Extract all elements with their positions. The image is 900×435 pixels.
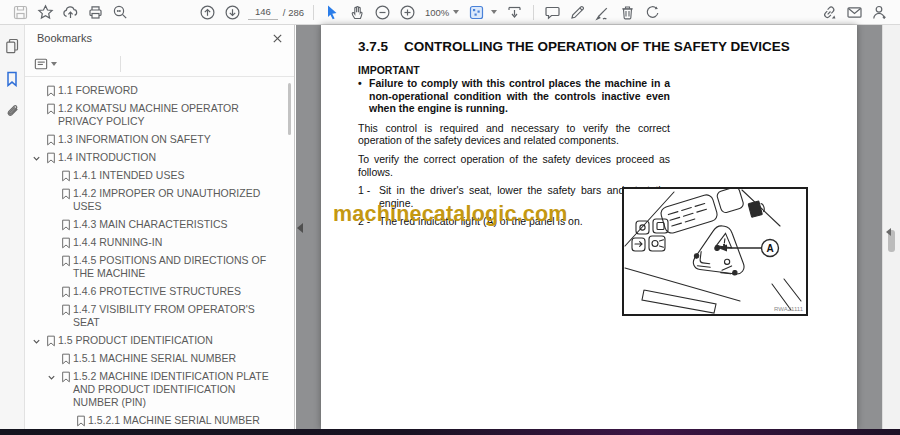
chevron-down-icon: [44, 169, 58, 172]
bookmark-icon: [58, 187, 73, 200]
bookmark-label: 1.5 PRODUCT IDENTIFICATION: [58, 334, 227, 347]
bookmark-icon: [43, 133, 58, 146]
bookmark-item[interactable]: 1.5 PRODUCT IDENTIFICATION: [25, 334, 294, 347]
bookmark-icon: [58, 285, 73, 298]
chevron-down-icon: [44, 218, 58, 221]
bookmark-label: 1.1 FOREWORD: [58, 84, 152, 97]
bookmark-item[interactable]: 1.5.2 MACHINE IDENTIFICATION PLATE AND P…: [25, 370, 294, 409]
toolbar-share-group: [817, 2, 892, 23]
toolbar-nav-group: 146 / 286 100%: [195, 2, 665, 23]
panel-title: Bookmarks: [37, 32, 92, 44]
pdf-viewer-window: 146 / 286 100%: [0, 0, 900, 435]
upload-icon[interactable]: [58, 2, 83, 23]
bookmark-icon: [43, 334, 58, 347]
chevron-down-icon[interactable]: [453, 10, 459, 14]
page-up-icon[interactable]: [195, 2, 220, 23]
bookmarks-toolbar: [25, 51, 294, 77]
bookmark-item[interactable]: 1.4.4 RUNNING-IN: [25, 236, 294, 249]
hand-tool-icon[interactable]: [345, 2, 370, 23]
pages-panel-icon[interactable]: [3, 37, 21, 55]
taskbar-edge: [0, 429, 900, 435]
important-label: IMPORTANT: [358, 64, 670, 76]
chevron-down-icon[interactable]: [29, 334, 43, 346]
account-icon[interactable]: [867, 2, 892, 23]
bookmark-item[interactable]: 1.4.2 IMPROPER OR UNAUTHORIZED USES: [25, 187, 294, 213]
paragraph: To verify the correct operation of the s…: [358, 153, 670, 178]
zoom-level-label[interactable]: 100%: [425, 7, 449, 18]
chevron-down-icon: [29, 84, 43, 87]
search-icon[interactable]: [108, 2, 133, 23]
zoom-in-icon[interactable]: [395, 2, 420, 23]
bookmark-label: 1.5.2 MACHINE IDENTIFICATION PLATE AND P…: [73, 370, 294, 409]
bookmark-item[interactable]: 1.4 INTRODUCTION: [25, 151, 294, 164]
chevron-down-icon[interactable]: [29, 151, 43, 163]
save-icon[interactable]: [8, 2, 33, 23]
bookmark-icon: [58, 236, 73, 249]
close-icon[interactable]: [272, 33, 283, 44]
section-title-text: CONTROLLING THE OPERATION OF THE SAFETY …: [404, 39, 790, 54]
signature-icon[interactable]: [590, 2, 615, 23]
panel-figure: A RWA21111: [622, 187, 808, 316]
fit-page-icon[interactable]: [464, 2, 489, 23]
bookmark-item[interactable]: 1.4.6 PROTECTIVE STRUCTURES: [25, 285, 294, 298]
bookmarks-scrollbar-thumb[interactable]: [288, 83, 291, 135]
chevron-down-icon: [44, 236, 58, 239]
bookmark-label: 1.5.2.1 MACHINE SERIAL NUMBER PLATE (acc…: [88, 414, 294, 429]
print-icon[interactable]: [83, 2, 108, 23]
bookmark-options-button[interactable]: [33, 56, 62, 72]
bookmark-item[interactable]: 1.4.3 MAIN CHARACTERISTICS: [25, 218, 294, 231]
chevron-down-icon: [59, 414, 73, 417]
bullet-glyph: •: [358, 77, 369, 114]
bookmarks-panel-header: Bookmarks: [25, 25, 294, 51]
bookmark-label: 1.4.2 IMPROPER OR UNAUTHORIZED USES: [73, 187, 294, 213]
rotate-icon[interactable]: [640, 2, 665, 23]
chevron-down-icon[interactable]: [44, 370, 58, 382]
vertical-scrollbar[interactable]: [882, 25, 900, 429]
important-text: Failure to comply with this control plac…: [369, 77, 670, 114]
chevron-down-icon[interactable]: [491, 10, 497, 14]
panel-diagram: A: [624, 189, 806, 314]
bookmark-icon: [58, 370, 73, 383]
bookmark-icon: [43, 151, 58, 164]
mail-icon[interactable]: [842, 2, 867, 23]
bookmark-item[interactable]: 1.4.1 INTENDED USES: [25, 169, 294, 182]
bookmark-tree: 1.1 FOREWORD 1.2 KOMATSU MACHINE OPERATO…: [25, 80, 294, 429]
bookmark-item[interactable]: 1.4.5 POSITIONS AND DIRECTIONS OF THE MA…: [25, 254, 294, 280]
bookmark-label: 1.4.6 PROTECTIVE STRUCTURES: [73, 285, 255, 298]
page-down-icon[interactable]: [220, 2, 245, 23]
chevron-down-icon: [44, 187, 58, 190]
bookmark-item[interactable]: 1.5.1 MACHINE SERIAL NUMBER: [25, 352, 294, 365]
bookmark-item[interactable]: 1.4.7 VISIBILITY FROM OPERATOR'S SEAT: [25, 303, 294, 329]
page-number-input[interactable]: 146: [248, 5, 278, 20]
bookmark-item[interactable]: 1.1 FOREWORD: [25, 84, 294, 97]
watermark-text: machinecatalogic.com: [333, 202, 568, 227]
bookmark-icon: [73, 414, 88, 427]
bookmark-label: 1.5.1 MACHINE SERIAL NUMBER: [73, 352, 250, 365]
pencil-icon[interactable]: [565, 2, 590, 23]
zoom-out-icon[interactable]: [370, 2, 395, 23]
bookmark-label: 1.4 INTRODUCTION: [58, 151, 170, 164]
bookmark-icon: [43, 84, 58, 97]
bookmarks-panel-icon[interactable]: [3, 70, 21, 88]
important-bullet: • Failure to comply with this control pl…: [358, 77, 670, 114]
trash-icon[interactable]: [615, 2, 640, 23]
toolbar-divider: [313, 5, 314, 20]
bookmark-item[interactable]: 1.2 KOMATSU MACHINE OPERATOR PRIVACY POL…: [25, 102, 294, 128]
collapse-panel-icon[interactable]: [886, 228, 891, 236]
comment-icon[interactable]: [540, 2, 565, 23]
page-total-label: / 286: [283, 7, 304, 18]
paragraph: This control is required and necessary t…: [358, 122, 670, 147]
share-link-icon[interactable]: [817, 2, 842, 23]
collapse-panel-icon[interactable]: [297, 223, 303, 233]
attachments-panel-icon[interactable]: [3, 103, 21, 121]
bookmark-item[interactable]: 1.5.2.1 MACHINE SERIAL NUMBER PLATE (acc…: [25, 414, 294, 429]
bookmark-item[interactable]: 1.3 INFORMATION ON SAFETY: [25, 133, 294, 146]
select-tool-icon[interactable]: [320, 2, 345, 23]
star-icon[interactable]: [33, 2, 58, 23]
bookmarks-toolbar-divider: [120, 56, 121, 72]
chevron-down-icon: [51, 62, 57, 66]
chevron-down-icon: [44, 303, 58, 306]
bookmark-label: 1.4.5 POSITIONS AND DIRECTIONS OF THE MA…: [73, 254, 294, 280]
fit-width-icon[interactable]: [502, 2, 527, 23]
chevron-down-icon: [44, 285, 58, 288]
